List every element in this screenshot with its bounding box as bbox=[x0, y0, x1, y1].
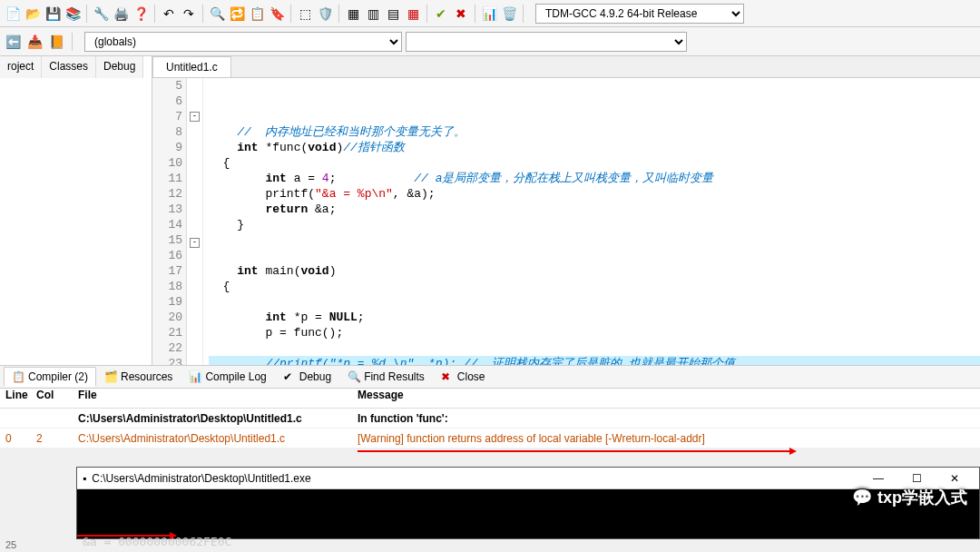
code-line[interactable]: // 内存地址已经和当时那个变量无关了。 bbox=[209, 124, 980, 140]
back-icon[interactable]: ⬅️ bbox=[4, 33, 22, 51]
code-line[interactable] bbox=[209, 232, 980, 248]
minimize-button[interactable]: — bbox=[859, 468, 897, 489]
members-select[interactable] bbox=[406, 32, 687, 52]
tab-project[interactable]: roject bbox=[0, 56, 42, 78]
compiler-header: Line Col File Message bbox=[0, 389, 980, 409]
status-bar: 25 bbox=[0, 539, 16, 552]
print-icon[interactable]: 🖨️ bbox=[112, 5, 130, 23]
editor-area: Untitled1.c 5678910111213141516171819202… bbox=[152, 56, 980, 365]
left-tabs: roject Classes Debug bbox=[0, 56, 152, 78]
tab-resources[interactable]: 🗂️Resources bbox=[96, 367, 181, 387]
separator bbox=[523, 5, 524, 23]
code-line[interactable]: p = func(); bbox=[209, 325, 980, 340]
delete-prof-icon[interactable]: 🗑️ bbox=[500, 5, 518, 23]
code-line[interactable] bbox=[209, 294, 980, 310]
close-button[interactable]: ✕ bbox=[936, 468, 974, 489]
separator bbox=[475, 5, 475, 23]
console-window: ▪ C:\Users\Administrator\Desktop\Untitle… bbox=[76, 467, 980, 539]
main-toolbar: 📄 📂 💾 📚 🔧 🖨️ ❓ ↶ ↷ 🔍 🔁 📋 🔖 ⬚ 🛡️ ▦ ▥ ▤ ▦ … bbox=[0, 0, 980, 27]
console-titlebar[interactable]: ▪ C:\Users\Administrator\Desktop\Untitle… bbox=[77, 468, 979, 489]
tab-debug[interactable]: Debug bbox=[96, 56, 143, 78]
replace-icon[interactable]: 🔁 bbox=[228, 5, 246, 23]
code-line[interactable]: int *func(void)//指针函数 bbox=[209, 140, 980, 155]
maximize-button[interactable]: ☐ bbox=[897, 468, 936, 489]
new-icon[interactable]: 📄 bbox=[4, 5, 22, 23]
separator bbox=[72, 33, 73, 51]
code-line[interactable] bbox=[209, 340, 980, 356]
sub-toolbar: ⬅️ 📥 📙 (globals) bbox=[0, 27, 980, 56]
grid2-icon[interactable]: ▥ bbox=[364, 5, 382, 23]
options-icon[interactable]: 🔧 bbox=[92, 5, 110, 23]
tab-debug-bottom[interactable]: ✔Debug bbox=[275, 367, 339, 387]
tab-compiler[interactable]: 📋Compiler (2) bbox=[4, 367, 96, 387]
redo-icon[interactable]: ↷ bbox=[180, 5, 198, 23]
goto-icon[interactable]: 📋 bbox=[248, 5, 266, 23]
profile-icon[interactable]: 📊 bbox=[480, 5, 498, 23]
save-all-icon[interactable]: 📚 bbox=[64, 5, 82, 23]
insert-icon[interactable]: 📥 bbox=[25, 33, 44, 51]
console-line: &a = 000000000062FE0C bbox=[83, 535, 974, 549]
error-icon[interactable]: ✖ bbox=[452, 5, 470, 23]
separator bbox=[338, 5, 339, 23]
undo-icon[interactable]: ↶ bbox=[160, 5, 178, 23]
separator bbox=[86, 5, 87, 23]
grid1-icon[interactable]: ▦ bbox=[344, 5, 362, 23]
tab-compile-log[interactable]: 📊Compile Log bbox=[181, 367, 274, 387]
file-tabs: Untitled1.c bbox=[152, 56, 980, 78]
compiler-select[interactable]: TDM-GCC 4.9.2 64-bit Release bbox=[535, 4, 744, 24]
code-line[interactable]: int *p = NULL; bbox=[209, 310, 980, 325]
project-panel: roject Classes Debug bbox=[0, 56, 152, 365]
watermark: 💬 txp学嵌入式 bbox=[852, 487, 967, 508]
wechat-icon: 💬 bbox=[852, 488, 872, 508]
col-message: Message bbox=[358, 389, 980, 408]
code-line[interactable]: { bbox=[209, 155, 980, 171]
separator bbox=[290, 5, 291, 23]
line-gutter: 5678910111213141516171819202122232425262… bbox=[152, 78, 187, 365]
compiler-row[interactable]: C:\Users\Administrator\Desktop\Untitled1… bbox=[0, 409, 980, 429]
code-line[interactable]: int a = 4; // a是局部变量，分配在栈上又叫栈变量，又叫临时变量 bbox=[209, 171, 980, 186]
file-tab-untitled[interactable]: Untitled1.c bbox=[152, 56, 231, 77]
open-icon[interactable]: 📂 bbox=[24, 5, 42, 23]
fold-toggle[interactable]: - bbox=[190, 112, 200, 122]
console-icon: ▪ bbox=[83, 472, 86, 485]
code-editor[interactable]: 5678910111213141516171819202122232425262… bbox=[152, 78, 980, 365]
fold-toggle[interactable]: - bbox=[190, 238, 200, 248]
code-line[interactable]: } bbox=[209, 217, 980, 232]
col-file: File bbox=[78, 389, 358, 408]
toggle-icon[interactable]: ⬚ bbox=[296, 5, 314, 23]
console-title-text: C:\Users\Administrator\Desktop\Untitled1… bbox=[92, 472, 859, 485]
col-line: Line bbox=[0, 389, 36, 408]
help-icon[interactable]: ❓ bbox=[132, 5, 150, 23]
code-line[interactable]: return &a; bbox=[209, 202, 980, 217]
watermark-text: txp学嵌入式 bbox=[877, 487, 967, 508]
fold-column: -- bbox=[187, 78, 203, 365]
separator bbox=[426, 5, 427, 23]
code-content[interactable]: // 内存地址已经和当时那个变量无关了。 int *func(void)//指针… bbox=[203, 78, 980, 365]
main-area: roject Classes Debug Untitled1.c 5678910… bbox=[0, 56, 980, 365]
toggle2-icon[interactable]: 🛡️ bbox=[316, 5, 334, 23]
tab-close[interactable]: ✖Close bbox=[433, 367, 494, 387]
grid4-icon[interactable]: ▦ bbox=[404, 5, 422, 23]
bookmark-icon[interactable]: 🔖 bbox=[268, 5, 286, 23]
grid3-icon[interactable]: ▤ bbox=[384, 5, 402, 23]
bookmark2-icon[interactable]: 📙 bbox=[47, 33, 65, 51]
code-line[interactable] bbox=[209, 248, 980, 263]
compiler-panel: Line Col File Message C:\Users\Administr… bbox=[0, 389, 980, 448]
code-line[interactable]: printf("&a = %p\n", &a); bbox=[209, 186, 980, 202]
code-line[interactable]: { bbox=[209, 279, 980, 294]
compiler-row[interactable]: 02C:\Users\Administrator\Desktop\Untitle… bbox=[0, 429, 980, 448]
code-line[interactable]: //printf("*p = %d.\n", *p); // 证明栈内存完了后是… bbox=[209, 356, 980, 365]
separator bbox=[154, 5, 155, 23]
separator bbox=[202, 5, 203, 23]
tab-classes[interactable]: Classes bbox=[42, 56, 96, 78]
console-output[interactable]: &a = 000000000062FE0Cp = 000000000062FE0… bbox=[77, 489, 979, 552]
globals-select[interactable]: (globals) bbox=[84, 32, 402, 52]
tab-find-results[interactable]: 🔍Find Results bbox=[339, 367, 433, 387]
find-icon[interactable]: 🔍 bbox=[208, 5, 226, 23]
col-col: Col bbox=[36, 389, 78, 408]
bottom-tabs: 📋Compiler (2) 🗂️Resources 📊Compile Log ✔… bbox=[0, 365, 980, 389]
code-line[interactable]: int main(void) bbox=[209, 263, 980, 279]
check-icon[interactable]: ✔ bbox=[432, 5, 450, 23]
save-icon[interactable]: 💾 bbox=[44, 5, 62, 23]
